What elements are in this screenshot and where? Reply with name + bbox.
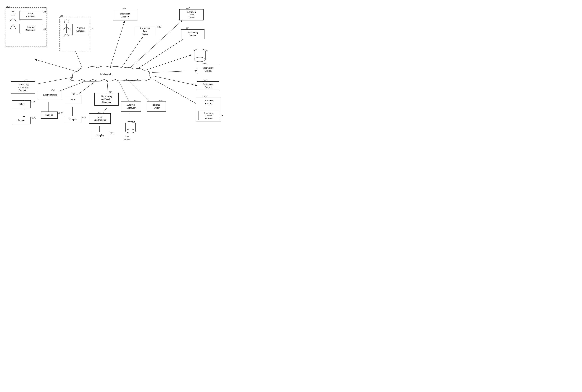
ref-106: 106 xyxy=(42,28,46,31)
viewing-computer-102: ViewingComputer xyxy=(20,24,42,33)
ref-118: 118 xyxy=(186,27,189,30)
person-figure-102 xyxy=(8,10,18,32)
samples-150c: Samples xyxy=(65,116,82,123)
ref-110: 110 xyxy=(90,28,93,30)
svg-line-14 xyxy=(119,82,130,104)
ref-150a: 150a xyxy=(31,117,36,120)
samples-150a: Samples xyxy=(12,117,31,124)
ref-140: 140 xyxy=(109,91,112,94)
ref-127: 127 xyxy=(219,115,223,118)
svg-point-24 xyxy=(11,11,15,16)
networking-service-132: Networkingand ServiceComputer xyxy=(11,82,35,94)
svg-point-41 xyxy=(194,57,206,62)
ref-136: 136 xyxy=(72,93,75,96)
pcr: PCR xyxy=(65,95,82,104)
svg-point-47 xyxy=(126,129,136,133)
data-storage-bottom-label: DataStorage xyxy=(121,135,133,141)
instrument-service-provider: InstrumentServiceProvider xyxy=(198,111,219,120)
svg-text:Network: Network xyxy=(100,72,112,76)
ref-138: 138 xyxy=(97,111,100,114)
ref-150d: 150d xyxy=(110,132,114,135)
electrophoresis: Electrophoresis xyxy=(38,91,62,99)
svg-line-29 xyxy=(13,24,16,29)
ref-120-top: 120 xyxy=(204,49,208,52)
ref-144: 144 xyxy=(159,99,162,102)
ref-108: 108 xyxy=(60,14,64,17)
ref-132: 132 xyxy=(24,79,28,82)
svg-line-34 xyxy=(66,27,70,30)
svg-point-31 xyxy=(64,20,69,24)
inner-arrow-102 xyxy=(31,20,31,24)
svg-line-36 xyxy=(66,32,69,37)
instrument-directory: InstrumentDirectory xyxy=(113,10,137,20)
networking-service-140: Networkingand ServiceComputer xyxy=(94,93,118,106)
lims-computer: LIMSComputer xyxy=(20,11,42,20)
svg-line-5 xyxy=(138,36,188,69)
ref-122b: 122b xyxy=(202,79,207,82)
viewing-computer-108: ViewingComputer xyxy=(72,24,89,35)
svg-line-28 xyxy=(10,24,13,29)
messaging-service: MessagingService xyxy=(181,29,204,39)
ref-142: 142 xyxy=(134,99,137,102)
ref-114a: 114a xyxy=(157,26,161,28)
thermal-cycler: ThermalCycler xyxy=(147,101,166,112)
instrument-type-server-114a: InstrumentTypeServer xyxy=(134,26,156,37)
ref-102: 102 xyxy=(6,6,10,8)
ref-104: 104 xyxy=(42,11,46,14)
svg-line-26 xyxy=(9,18,13,22)
svg-line-35 xyxy=(64,32,66,37)
ref-150b: 150b xyxy=(58,112,63,114)
svg-line-7 xyxy=(152,71,197,72)
svg-line-15 xyxy=(130,82,152,104)
person-figure-108 xyxy=(61,18,72,41)
robot: Robot xyxy=(12,100,31,108)
mass-spectrometer: MassSpectrometer xyxy=(89,114,110,124)
instrument-type-server-114b: InstrumentTypeServer xyxy=(180,9,204,20)
svg-line-33 xyxy=(63,27,66,30)
svg-line-2 xyxy=(110,22,124,69)
ref-122c: 122c xyxy=(202,95,207,98)
samples-150b: Samples xyxy=(41,112,58,118)
ref-150c: 150c xyxy=(82,116,86,119)
diagram: 102 LIMSComputer 104 ViewingComputer 106… xyxy=(0,0,223,150)
svg-line-27 xyxy=(13,18,17,22)
network-cloud: Network xyxy=(67,66,154,84)
ref-130: 130 xyxy=(31,100,34,103)
ref-112: 112 xyxy=(123,8,126,10)
ref-120-bottom: 120 xyxy=(132,120,135,123)
instrument-control-122a: InstrumentControl xyxy=(197,65,219,74)
samples-150d: Samples xyxy=(91,132,109,139)
analysis-computer: AnalysisComputer xyxy=(121,101,141,112)
ref-122a: 122a xyxy=(202,63,207,66)
svg-line-8 xyxy=(154,76,197,86)
svg-line-3 xyxy=(121,36,143,69)
instrument-control-122b: InstrumentControl xyxy=(197,82,219,90)
ref-114b: 114b xyxy=(186,7,190,10)
ref-134: 134 xyxy=(51,89,54,92)
